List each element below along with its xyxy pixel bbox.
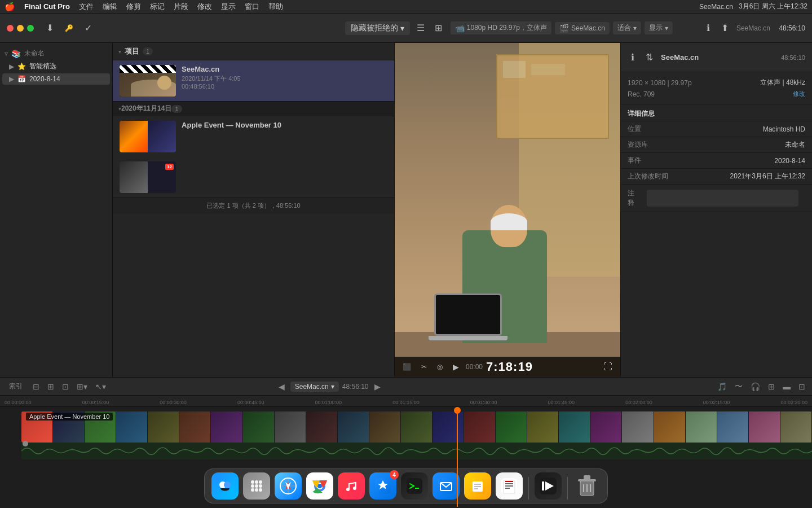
date-section-header: ▾ 2020年11月14日 1	[113, 101, 394, 116]
timeline-prev-button[interactable]: ◀	[276, 381, 287, 392]
menu-view[interactable]: 显示	[221, 2, 236, 12]
menu-edit[interactable]: 编辑	[103, 2, 117, 12]
event-icon: 📅	[17, 75, 26, 83]
menu-file[interactable]: 文件	[79, 2, 94, 12]
dock-separator-2	[567, 477, 568, 500]
play-button[interactable]: ▶	[449, 360, 462, 374]
apple-logo[interactable]: 🍎	[5, 2, 15, 12]
app-name: Final Cut Pro	[24, 2, 70, 11]
timeline-zoom-btn[interactable]: ⊡	[796, 381, 807, 392]
dock-item-launchpad[interactable]	[243, 472, 270, 500]
stabilize-button[interactable]: ◎	[434, 361, 446, 373]
info-title: SeeMac.cn	[661, 53, 699, 62]
menu-mark[interactable]: 标记	[150, 2, 165, 12]
ruler-mark-4: 00:01:00:00	[315, 400, 342, 406]
project-info: SeeMac.cn 2020/11/14 下午 4:05 00:48:56:10	[182, 65, 387, 90]
dock-item-safari[interactable]	[275, 472, 302, 500]
timeline-clip-label: Apple Event — November 10	[26, 413, 113, 421]
clip-thumbnail	[120, 121, 176, 152]
dock-item-chrome[interactable]	[306, 472, 333, 500]
film-frame-14	[433, 411, 464, 443]
fit-label[interactable]: 适合 ▾	[613, 21, 641, 34]
preview-controls: ⬛ ✂ ◎ ▶ 00:00 7:18:19 ⛶	[395, 357, 620, 377]
index-label[interactable]: 索引	[5, 382, 27, 391]
svg-point-9	[251, 488, 254, 492]
check-button[interactable]: ✓	[81, 20, 95, 36]
timeline-tool-2[interactable]: ⊞	[45, 381, 56, 392]
film-frame-13	[401, 411, 433, 443]
dock-item-fcp[interactable]	[535, 472, 562, 500]
project-date: 2020/11/14 下午 4:05	[182, 75, 387, 83]
dock-item-appstore[interactable]: 4	[369, 472, 396, 500]
video-track[interactable]	[21, 411, 812, 443]
toolbar-right: ℹ ⬆ SeeMac.cn 48:56:10	[703, 20, 805, 36]
timeline-audio-btn[interactable]: 🎵	[715, 381, 729, 392]
timeline-clip-name[interactable]: SeeMac.cn ▾	[290, 382, 339, 392]
film-frame-24	[749, 411, 780, 443]
project-item-seemacn[interactable]: SeeMac.cn 2020/11/14 下午 4:05 00:48:56:10	[113, 60, 394, 101]
event-item-2020[interactable]: ▶ 📅 2020-8-14	[2, 73, 110, 85]
library-filter-label[interactable]: 隐藏被拒绝的 ▾	[345, 21, 410, 35]
list-view-button[interactable]: ☰	[413, 20, 428, 36]
timeline-tool-1[interactable]: ⊟	[30, 381, 42, 392]
folder-icon: ⭐	[17, 63, 26, 71]
preview-background	[395, 43, 620, 377]
timeline-view-btn[interactable]: ⊞	[766, 381, 777, 392]
dock-item-trash[interactable]	[573, 472, 601, 500]
notes-input[interactable]	[647, 190, 798, 207]
menu-clip[interactable]: 片段	[174, 2, 188, 12]
timeline-clip-btn[interactable]: ▬	[780, 381, 793, 392]
minimize-button[interactable]	[17, 25, 24, 32]
film-frame-9	[275, 411, 306, 443]
clip-thumbnail-2: 12	[120, 161, 176, 193]
timeline-wave-btn[interactable]: 〜	[732, 380, 745, 393]
svg-point-22	[353, 487, 356, 490]
dock-item-mail[interactable]	[433, 472, 460, 500]
select-tool[interactable]: ↖▾	[93, 381, 108, 392]
details-header: 详细信息	[621, 104, 812, 121]
dock-item-textedit[interactable]	[496, 472, 523, 500]
waveform-svg	[21, 443, 812, 459]
show-label[interactable]: 显示 ▾	[645, 21, 673, 34]
film-frame-23	[717, 411, 749, 443]
timeline-layout-btn[interactable]: ⊞▾	[74, 381, 90, 392]
smart-collections-item[interactable]: ▶ ⭐ 智能精选	[2, 60, 110, 73]
menu-help[interactable]: 帮助	[268, 2, 283, 12]
timecode-prefix: 00:00	[466, 363, 483, 371]
timeline-headphone-btn[interactable]: 🎧	[748, 381, 762, 392]
dock-item-music[interactable]	[338, 472, 365, 500]
menu-trim[interactable]: 修剪	[126, 2, 141, 12]
share-button[interactable]: ⬆	[718, 20, 732, 36]
detail-modified: 上次修改时间 2021年3月6日 上午12:32	[621, 169, 812, 185]
playhead-handle[interactable]	[454, 407, 461, 414]
dock-item-finder[interactable]	[211, 472, 239, 500]
clip-item-2[interactable]: 12	[113, 157, 394, 198]
ruler-marks-container: 00:00:00:00 00:00:15:00 00:00:30:00 00:0…	[0, 400, 812, 406]
clip-item-apple-event[interactable]: Apple Event — November 10	[113, 116, 394, 157]
playhead[interactable]	[457, 407, 458, 507]
timeline-tool-3[interactable]: ⊡	[60, 381, 71, 392]
timeline-next-button[interactable]: ▶	[372, 381, 383, 392]
close-button[interactable]	[7, 25, 14, 32]
crop-button[interactable]: ⬛	[399, 361, 414, 373]
import-button[interactable]: ⬇	[43, 20, 57, 36]
info-toggle-button[interactable]: ℹ	[628, 50, 638, 65]
film-frame-10	[306, 411, 338, 443]
menu-window[interactable]: 窗口	[245, 2, 259, 12]
tool-button[interactable]: ✂	[418, 361, 430, 373]
grid-view-button[interactable]: ⊞	[431, 20, 445, 36]
meta-resolution-row: 1920 × 1080 | 29.97p 立体声 | 48kHz	[628, 77, 805, 89]
maximize-button[interactable]	[27, 25, 34, 32]
dock: 4	[204, 468, 608, 503]
film-frame-15	[464, 411, 496, 443]
keyword-button[interactable]: 🔑	[61, 22, 77, 34]
collapse-projects-button[interactable]: ▾	[118, 49, 121, 55]
modify-button[interactable]: 修改	[793, 90, 805, 98]
info-meta: 48:56:10	[781, 54, 805, 61]
dock-item-terminal[interactable]	[401, 472, 428, 500]
menu-modify[interactable]: 修改	[197, 2, 212, 12]
info-button[interactable]: ℹ	[703, 20, 713, 36]
share-info-button[interactable]: ⇅	[642, 50, 656, 65]
fullscreen-button[interactable]: ⛶	[600, 360, 616, 374]
dock-item-notes[interactable]	[464, 472, 491, 500]
